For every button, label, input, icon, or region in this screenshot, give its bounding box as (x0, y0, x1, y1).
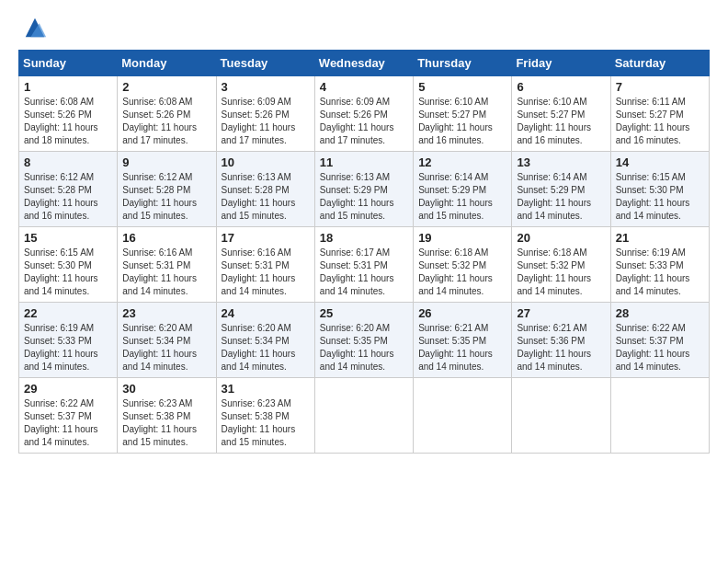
calendar-day-cell: 12 Sunrise: 6:14 AM Sunset: 5:29 PM Dayl… (414, 152, 512, 227)
day-info: Sunrise: 6:19 AM Sunset: 5:33 PM Dayligh… (24, 322, 112, 373)
calendar-day-cell: 24 Sunrise: 6:20 AM Sunset: 5:34 PM Dayl… (216, 303, 314, 378)
calendar-week-row: 1 Sunrise: 6:08 AM Sunset: 5:26 PM Dayli… (19, 76, 710, 152)
day-info: Sunrise: 6:08 AM Sunset: 5:26 PM Dayligh… (122, 96, 210, 147)
calendar-day-cell: 4 Sunrise: 6:09 AM Sunset: 5:26 PM Dayli… (314, 76, 413, 152)
day-number: 24 (222, 306, 310, 320)
day-info: Sunrise: 6:10 AM Sunset: 5:27 PM Dayligh… (418, 96, 506, 147)
day-info: Sunrise: 6:16 AM Sunset: 5:31 PM Dayligh… (122, 247, 210, 298)
calendar-day-cell: 17 Sunrise: 6:16 AM Sunset: 5:31 PM Dayl… (216, 227, 314, 303)
day-number: 21 (616, 231, 704, 245)
day-info: Sunrise: 6:23 AM Sunset: 5:38 PM Dayligh… (222, 397, 310, 449)
calendar-day-cell: 5 Sunrise: 6:10 AM Sunset: 5:27 PM Dayli… (414, 76, 512, 152)
day-number: 2 (122, 80, 210, 94)
day-number: 30 (122, 382, 210, 396)
calendar-day-cell: 11 Sunrise: 6:13 AM Sunset: 5:29 PM Dayl… (314, 152, 413, 227)
day-info: Sunrise: 6:10 AM Sunset: 5:27 PM Dayligh… (517, 96, 605, 147)
day-number: 5 (418, 80, 506, 94)
day-number: 14 (616, 155, 704, 169)
day-info: Sunrise: 6:14 AM Sunset: 5:29 PM Dayligh… (517, 171, 605, 223)
day-info: Sunrise: 6:20 AM Sunset: 5:34 PM Dayligh… (222, 322, 310, 373)
day-info: Sunrise: 6:20 AM Sunset: 5:34 PM Dayligh… (122, 322, 210, 373)
page: SundayMondayTuesdayWednesdayThursdayFrid… (0, 0, 728, 563)
day-info: Sunrise: 6:15 AM Sunset: 5:30 PM Dayligh… (24, 247, 112, 298)
calendar-day-cell: 23 Sunrise: 6:20 AM Sunset: 5:34 PM Dayl… (118, 303, 216, 378)
day-info: Sunrise: 6:21 AM Sunset: 5:36 PM Dayligh… (517, 322, 605, 373)
calendar-day-cell: 30 Sunrise: 6:23 AM Sunset: 5:38 PM Dayl… (118, 378, 216, 454)
calendar-day-cell: 25 Sunrise: 6:20 AM Sunset: 5:35 PM Dayl… (314, 303, 413, 378)
weekday-header: Tuesday (216, 51, 314, 76)
day-info: Sunrise: 6:16 AM Sunset: 5:31 PM Dayligh… (222, 247, 310, 298)
calendar-day-cell: 19 Sunrise: 6:18 AM Sunset: 5:32 PM Dayl… (414, 227, 512, 303)
day-number: 16 (122, 231, 210, 245)
calendar-day-cell: 20 Sunrise: 6:18 AM Sunset: 5:32 PM Dayl… (512, 227, 610, 303)
day-number: 6 (517, 80, 605, 94)
calendar-table: SundayMondayTuesdayWednesdayThursdayFrid… (18, 50, 710, 454)
weekday-header: Sunday (19, 51, 118, 76)
calendar-day-cell (314, 378, 413, 454)
calendar-day-cell: 18 Sunrise: 6:17 AM Sunset: 5:31 PM Dayl… (314, 227, 413, 303)
weekday-header: Thursday (414, 51, 512, 76)
logo-icon (22, 15, 48, 40)
calendar-day-cell: 1 Sunrise: 6:08 AM Sunset: 5:26 PM Dayli… (19, 76, 118, 152)
day-info: Sunrise: 6:17 AM Sunset: 5:31 PM Dayligh… (320, 247, 408, 298)
day-number: 8 (24, 155, 112, 169)
day-info: Sunrise: 6:09 AM Sunset: 5:26 PM Dayligh… (222, 96, 310, 147)
calendar-day-cell: 31 Sunrise: 6:23 AM Sunset: 5:38 PM Dayl… (216, 378, 314, 454)
day-number: 26 (418, 306, 506, 320)
day-number: 9 (122, 155, 210, 169)
day-number: 4 (320, 80, 408, 94)
calendar-day-cell: 16 Sunrise: 6:16 AM Sunset: 5:31 PM Dayl… (118, 227, 216, 303)
day-number: 11 (320, 155, 408, 169)
day-info: Sunrise: 6:21 AM Sunset: 5:35 PM Dayligh… (418, 322, 506, 373)
day-info: Sunrise: 6:19 AM Sunset: 5:33 PM Dayligh… (616, 247, 704, 298)
calendar-day-cell: 9 Sunrise: 6:12 AM Sunset: 5:28 PM Dayli… (118, 152, 216, 227)
header (18, 15, 710, 40)
day-info: Sunrise: 6:11 AM Sunset: 5:27 PM Dayligh… (616, 96, 704, 147)
calendar-day-cell (512, 378, 610, 454)
calendar-day-cell: 21 Sunrise: 6:19 AM Sunset: 5:33 PM Dayl… (610, 227, 709, 303)
day-info: Sunrise: 6:22 AM Sunset: 5:37 PM Dayligh… (616, 322, 704, 373)
day-info: Sunrise: 6:15 AM Sunset: 5:30 PM Dayligh… (616, 171, 704, 223)
day-number: 15 (24, 231, 112, 245)
calendar-day-cell: 10 Sunrise: 6:13 AM Sunset: 5:28 PM Dayl… (216, 152, 314, 227)
day-number: 19 (418, 231, 506, 245)
weekday-header: Saturday (610, 51, 709, 76)
calendar-day-cell: 22 Sunrise: 6:19 AM Sunset: 5:33 PM Dayl… (19, 303, 118, 378)
calendar-day-cell: 6 Sunrise: 6:10 AM Sunset: 5:27 PM Dayli… (512, 76, 610, 152)
calendar-day-cell: 15 Sunrise: 6:15 AM Sunset: 5:30 PM Dayl… (19, 227, 118, 303)
day-number: 7 (616, 80, 704, 94)
day-number: 22 (24, 306, 112, 320)
calendar-week-row: 8 Sunrise: 6:12 AM Sunset: 5:28 PM Dayli… (19, 152, 710, 227)
day-number: 29 (24, 382, 112, 396)
calendar-day-cell: 3 Sunrise: 6:09 AM Sunset: 5:26 PM Dayli… (216, 76, 314, 152)
calendar-day-cell: 28 Sunrise: 6:22 AM Sunset: 5:37 PM Dayl… (610, 303, 709, 378)
day-info: Sunrise: 6:20 AM Sunset: 5:35 PM Dayligh… (320, 322, 408, 373)
weekday-header: Wednesday (314, 51, 413, 76)
calendar-day-cell: 8 Sunrise: 6:12 AM Sunset: 5:28 PM Dayli… (19, 152, 118, 227)
calendar-day-cell: 29 Sunrise: 6:22 AM Sunset: 5:37 PM Dayl… (19, 378, 118, 454)
calendar-day-cell: 14 Sunrise: 6:15 AM Sunset: 5:30 PM Dayl… (610, 152, 709, 227)
day-info: Sunrise: 6:22 AM Sunset: 5:37 PM Dayligh… (24, 397, 112, 449)
day-info: Sunrise: 6:12 AM Sunset: 5:28 PM Dayligh… (24, 171, 112, 223)
day-number: 10 (222, 155, 310, 169)
day-number: 3 (222, 80, 310, 94)
calendar-day-cell: 13 Sunrise: 6:14 AM Sunset: 5:29 PM Dayl… (512, 152, 610, 227)
day-number: 31 (222, 382, 310, 396)
day-number: 18 (320, 231, 408, 245)
calendar-day-cell: 7 Sunrise: 6:11 AM Sunset: 5:27 PM Dayli… (610, 76, 709, 152)
calendar-day-cell (414, 378, 512, 454)
calendar-day-cell: 27 Sunrise: 6:21 AM Sunset: 5:36 PM Dayl… (512, 303, 610, 378)
day-info: Sunrise: 6:08 AM Sunset: 5:26 PM Dayligh… (24, 96, 112, 147)
calendar-day-cell: 2 Sunrise: 6:08 AM Sunset: 5:26 PM Dayli… (118, 76, 216, 152)
day-info: Sunrise: 6:14 AM Sunset: 5:29 PM Dayligh… (418, 171, 506, 223)
logo (18, 15, 48, 40)
calendar-day-cell (610, 378, 709, 454)
day-number: 27 (517, 306, 605, 320)
day-info: Sunrise: 6:13 AM Sunset: 5:29 PM Dayligh… (320, 171, 408, 223)
day-info: Sunrise: 6:12 AM Sunset: 5:28 PM Dayligh… (122, 171, 210, 223)
day-info: Sunrise: 6:23 AM Sunset: 5:38 PM Dayligh… (122, 397, 210, 449)
calendar-day-cell: 26 Sunrise: 6:21 AM Sunset: 5:35 PM Dayl… (414, 303, 512, 378)
day-info: Sunrise: 6:09 AM Sunset: 5:26 PM Dayligh… (320, 96, 408, 147)
day-number: 28 (616, 306, 704, 320)
day-info: Sunrise: 6:18 AM Sunset: 5:32 PM Dayligh… (517, 247, 605, 298)
